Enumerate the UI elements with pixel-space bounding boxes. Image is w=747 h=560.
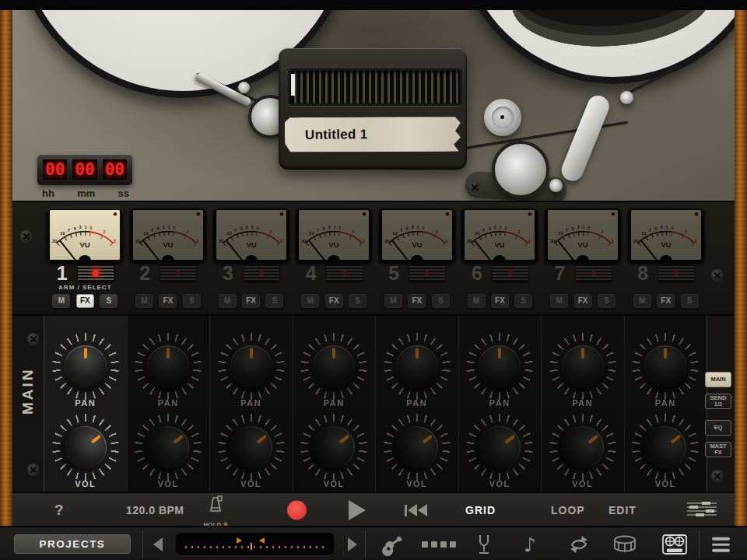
vol-label: VOL (293, 479, 376, 488)
vol-knob[interactable] (466, 414, 533, 481)
vu-meter-8 (628, 208, 704, 262)
right-tape-reel (454, 0, 747, 84)
arm-select-button[interactable] (327, 264, 363, 282)
main-view-button[interactable]: MAIN (705, 372, 731, 387)
track-5: 5 MFXS (376, 202, 459, 316)
tracks-view-icon[interactable] (686, 501, 717, 520)
vol-knob[interactable] (135, 414, 202, 481)
pan-knob[interactable] (466, 333, 533, 400)
vu-meter-4 (296, 208, 372, 262)
edit-button[interactable]: EDIT (604, 503, 641, 517)
pan-knob[interactable] (384, 333, 451, 400)
arm-select-button[interactable] (160, 264, 196, 282)
vol-knob[interactable] (218, 414, 285, 481)
mute-button[interactable]: M (468, 294, 486, 308)
projects-button[interactable]: PROJECTS (14, 534, 131, 554)
metronome-hold-button[interactable]: HOLD (199, 495, 232, 530)
pan-knob[interactable] (300, 333, 367, 400)
pedalboard-icon[interactable] (422, 541, 456, 548)
solo-button[interactable]: S (100, 294, 117, 308)
bpm-display[interactable]: 120.0 BPM (121, 503, 189, 517)
bottom-bar: PROJECTS ♪ (0, 526, 747, 560)
pan-knob[interactable] (549, 333, 616, 400)
fx-button[interactable]: FX (491, 294, 509, 308)
mute-button[interactable]: M (301, 294, 319, 308)
fx-button[interactable]: FX (325, 294, 343, 308)
mute-button[interactable]: M (384, 294, 402, 308)
play-button[interactable] (349, 500, 366, 520)
pan-knob[interactable] (135, 333, 202, 400)
scrub-right-arrow[interactable] (348, 537, 357, 551)
vol-knob[interactable] (549, 414, 616, 481)
panel-screw (27, 464, 39, 475)
solo-button[interactable]: S (598, 294, 615, 308)
transport-bar: ? 120.0 BPM HOLD GRID LOOP EDIT (12, 492, 735, 527)
loop-button[interactable]: LOOP (546, 503, 590, 517)
capstan (484, 99, 521, 136)
solo-button[interactable]: S (265, 294, 283, 308)
solo-button[interactable]: S (349, 294, 366, 308)
send-view-button[interactable]: SEND1/2 (705, 394, 731, 409)
pan-knob[interactable] (52, 333, 119, 400)
pan-knob[interactable] (218, 333, 285, 400)
pan-label: PAN (293, 398, 376, 408)
mute-button[interactable]: M (219, 294, 237, 308)
metronome-note-icon[interactable]: ♪ (524, 535, 536, 555)
vol-label: VOL (210, 479, 293, 488)
vol-knob[interactable] (300, 414, 367, 481)
vol-knob[interactable] (52, 414, 119, 481)
channel-strip-8: PAN VOL (624, 316, 707, 493)
mute-button[interactable]: M (135, 294, 153, 308)
drums-icon[interactable] (612, 535, 637, 554)
meter-bridge: 1 ARM / SELECT M FX S 2 MFXS 3 MFXS 4 MF… (12, 201, 735, 316)
solo-button[interactable]: S (432, 294, 450, 308)
arm-select-button[interactable] (576, 264, 612, 282)
track-number: 8 (637, 264, 648, 283)
mast-fx-view-button[interactable]: MASTFX (705, 442, 731, 457)
rewind-to-start-button[interactable] (405, 504, 427, 516)
mute-button[interactable]: M (633, 294, 651, 308)
scrub-left-arrow[interactable] (153, 537, 163, 551)
help-button[interactable]: ? (50, 501, 68, 520)
pan-knob[interactable] (632, 333, 699, 400)
track-2: 2 MFXS (127, 202, 210, 316)
fx-button[interactable]: FX (574, 294, 592, 308)
vu-meter-7 (545, 208, 621, 262)
position-scrubber[interactable] (176, 533, 334, 555)
fx-button[interactable]: FX (159, 294, 177, 308)
solo-button[interactable]: S (681, 294, 699, 308)
counter-seconds: 00 (103, 159, 127, 180)
mute-button[interactable]: M (550, 294, 568, 308)
fx-button[interactable]: FX (76, 294, 94, 308)
fx-button[interactable]: FX (242, 294, 260, 308)
fx-button[interactable]: FX (657, 294, 675, 308)
grid-button[interactable]: GRID (461, 503, 500, 517)
guitar-amp-icon[interactable] (377, 533, 403, 556)
fx-button[interactable]: FX (408, 294, 426, 308)
record-button[interactable] (287, 501, 307, 520)
tuner-icon[interactable] (476, 534, 492, 555)
arm-led (342, 271, 347, 275)
arm-led (176, 271, 181, 275)
menu-icon[interactable] (712, 537, 730, 552)
arm-led (508, 271, 513, 275)
recorder-icon[interactable] (661, 534, 688, 555)
vol-knob[interactable] (384, 414, 451, 481)
left-wood-rail (0, 10, 12, 526)
pan-label: PAN (376, 398, 458, 408)
vol-knob[interactable] (632, 414, 699, 481)
panel-screw (711, 269, 723, 281)
arm-select-button[interactable] (409, 264, 445, 282)
solo-button[interactable]: S (183, 294, 201, 308)
counter-units: hh mm ss (42, 187, 129, 199)
arm-select-button[interactable] (493, 264, 528, 282)
loop-icon[interactable] (567, 535, 591, 554)
mute-button[interactable]: M (52, 294, 70, 308)
arm-select-button[interactable] (658, 264, 694, 282)
arm-select-button[interactable] (244, 264, 279, 282)
track-number: 4 (306, 264, 317, 283)
solo-button[interactable]: S (514, 294, 532, 308)
arm-select-button[interactable] (78, 264, 114, 282)
eq-view-button[interactable]: EQ (705, 420, 731, 436)
left-arm-roller (238, 82, 250, 93)
